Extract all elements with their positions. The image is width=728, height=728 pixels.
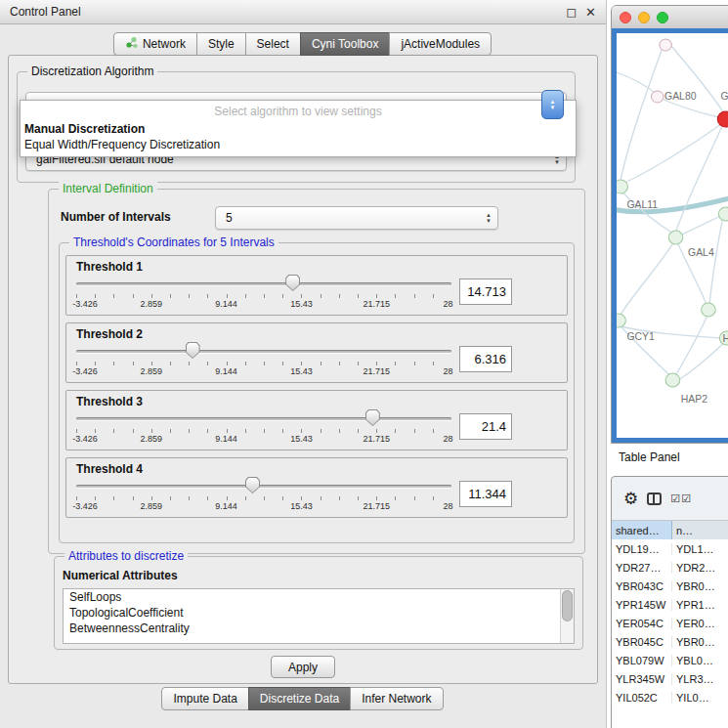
slider-thumb[interactable] bbox=[365, 409, 380, 426]
table-row[interactable]: YDL19… YDL1… bbox=[612, 539, 728, 558]
table-cell-name[interactable]: YDL1… bbox=[672, 543, 728, 555]
table-row[interactable]: YDR27… YDR2… bbox=[612, 558, 728, 577]
table-cell-shared-name[interactable]: YBR045C bbox=[612, 636, 672, 648]
table-row[interactable]: YIL052C YIL0… bbox=[612, 688, 728, 707]
threshold-value-field[interactable]: 11.344 bbox=[459, 481, 512, 507]
network-edge[interactable] bbox=[621, 39, 665, 180]
axis-tick-label: 21.715 bbox=[363, 299, 390, 309]
table-row[interactable]: YPR145W YPR1… bbox=[612, 595, 728, 614]
select-columns-icon[interactable]: ☑☑ bbox=[670, 492, 692, 505]
column-header-shared-name[interactable]: shared… bbox=[612, 521, 672, 539]
attribute-list-item[interactable]: SelfLoops bbox=[64, 589, 574, 605]
combobox-stepper[interactable]: ▲ ▼ bbox=[480, 212, 492, 224]
network-edge[interactable] bbox=[676, 316, 707, 375]
table-cell-shared-name[interactable]: YDR27… bbox=[612, 562, 672, 574]
slider-track[interactable] bbox=[76, 282, 451, 285]
table-cell-name[interactable]: YBR0… bbox=[672, 580, 728, 592]
table-cell-name[interactable]: YDR2… bbox=[672, 562, 728, 574]
table-cell-shared-name[interactable]: YBL079W bbox=[612, 655, 672, 666]
attributes-group: Attributes to discretize Numerical Attri… bbox=[54, 556, 583, 650]
network-node[interactable] bbox=[718, 207, 728, 221]
table-cell-name[interactable]: YER0… bbox=[672, 618, 728, 629]
attributes-items: SelfLoopsTopologicalCoefficientBetweenne… bbox=[64, 589, 574, 636]
table-cell-name[interactable]: YPR1… bbox=[672, 599, 728, 611]
table-cell-shared-name[interactable]: YPR145W bbox=[612, 599, 672, 611]
slider-track[interactable] bbox=[76, 417, 451, 420]
float-icon[interactable]: ◻ bbox=[566, 5, 577, 20]
slider-track[interactable] bbox=[76, 350, 451, 353]
chevron-down-icon: ▼ bbox=[550, 105, 556, 110]
slider-track[interactable] bbox=[76, 485, 451, 488]
threshold-slider[interactable] bbox=[76, 275, 451, 292]
table-cell-shared-name[interactable]: YDL19… bbox=[612, 543, 672, 555]
list-scrollbar[interactable] bbox=[560, 589, 574, 643]
table-row[interactable]: YBL079W YBL0… bbox=[612, 651, 728, 669]
control-panel-titlebar: Control Panel ◻ ✕ bbox=[0, 0, 606, 24]
network-node-selected[interactable] bbox=[717, 111, 728, 127]
tab-style[interactable]: Style bbox=[196, 32, 246, 56]
slider-thumb[interactable] bbox=[285, 275, 300, 291]
network-node[interactable] bbox=[617, 180, 627, 193]
table-row[interactable]: YLR345W YLR3… bbox=[612, 669, 728, 688]
table-row[interactable]: YBR045C YBR0… bbox=[612, 632, 728, 651]
network-edge[interactable] bbox=[709, 219, 723, 305]
column-header-name[interactable]: n… bbox=[672, 521, 728, 539]
minimize-traffic-light[interactable] bbox=[638, 12, 650, 23]
network-node[interactable] bbox=[665, 373, 680, 387]
table-cell-shared-name[interactable]: YLR345W bbox=[612, 673, 672, 685]
slider-axis: -3.4262.8599.14415.4321.71528 bbox=[76, 362, 451, 376]
network-canvas[interactable]: GAL80GAGAL11GAL4GCY1HHAP2 bbox=[612, 28, 728, 443]
tab-select[interactable]: Select bbox=[245, 32, 301, 56]
columns-icon[interactable] bbox=[647, 492, 662, 505]
tab-cyni-toolbox[interactable]: Cyni Toolbox bbox=[300, 32, 390, 56]
number-of-intervals-combobox[interactable]: 5 ▲ ▼ bbox=[215, 206, 498, 230]
attribute-list-item[interactable]: BetweennessCentrality bbox=[64, 621, 574, 636]
table-cell-name[interactable]: YBL0… bbox=[672, 655, 728, 666]
tab-infer-network[interactable]: Infer Network bbox=[350, 687, 443, 710]
axis-tick-label: 9.144 bbox=[215, 434, 237, 444]
axis-tick-label: -3.426 bbox=[72, 366, 98, 376]
network-edge[interactable] bbox=[676, 125, 723, 232]
tab-impute-data[interactable]: Impute Data bbox=[161, 687, 248, 710]
network-edge[interactable] bbox=[626, 123, 722, 182]
network-node[interactable] bbox=[668, 231, 683, 244]
table-cell-name[interactable]: YIL0… bbox=[672, 692, 728, 704]
network-node[interactable] bbox=[702, 303, 716, 317]
network-node[interactable] bbox=[617, 314, 625, 327]
close-icon[interactable]: ✕ bbox=[585, 5, 596, 20]
zoom-traffic-light[interactable] bbox=[657, 12, 668, 23]
network-node[interactable] bbox=[660, 39, 672, 51]
threshold-slider[interactable] bbox=[76, 342, 451, 360]
table-cell-shared-name[interactable]: YER054C bbox=[612, 618, 672, 629]
network-edge[interactable] bbox=[621, 242, 673, 315]
table-cell-shared-name[interactable]: YIL052C bbox=[612, 692, 672, 704]
network-edge[interactable] bbox=[617, 70, 658, 95]
threshold-slider[interactable] bbox=[76, 477, 451, 494]
combobox-stepper[interactable]: ▲ ▼ bbox=[541, 90, 564, 119]
tab-network[interactable]: Network bbox=[113, 32, 197, 56]
slider-axis: -3.4262.8599.14415.4321.71528 bbox=[76, 294, 451, 309]
threshold-value-field[interactable]: 21.4 bbox=[459, 413, 512, 440]
table-row[interactable]: YER054C YER0… bbox=[612, 614, 728, 632]
network-edge[interactable] bbox=[680, 216, 721, 236]
network-node[interactable] bbox=[651, 91, 664, 103]
threshold-value-field[interactable]: 14.713 bbox=[459, 278, 512, 305]
apply-button[interactable]: Apply bbox=[271, 656, 335, 678]
scrollbar-thumb[interactable] bbox=[562, 590, 573, 621]
attribute-list-item[interactable]: TopologicalCoefficient bbox=[64, 605, 574, 621]
dropdown-item-equal-width-frequency[interactable]: Equal Width/Frequency Discretization bbox=[21, 137, 576, 152]
tab-discretize-data[interactable]: Discretize Data bbox=[248, 687, 351, 710]
gear-icon[interactable]: ⚙ bbox=[623, 489, 638, 509]
dropdown-item-manual-discretization[interactable]: Manual Discretization bbox=[21, 121, 576, 137]
table-panel-toolbar: ⚙ ☑☑ bbox=[612, 477, 728, 520]
table-cell-name[interactable]: YLR3… bbox=[672, 673, 728, 685]
table-cell-shared-name[interactable]: YBR043C bbox=[612, 580, 672, 592]
close-traffic-light[interactable] bbox=[620, 12, 631, 23]
tab-jactivemodules[interactable]: jActiveModules bbox=[389, 32, 492, 56]
table-row[interactable]: YBR043C YBR0… bbox=[612, 577, 728, 595]
table-cell-name[interactable]: YBR0… bbox=[672, 636, 728, 648]
threshold-slider[interactable] bbox=[76, 409, 451, 427]
slider-thumb[interactable] bbox=[245, 477, 260, 493]
slider-thumb[interactable] bbox=[186, 342, 200, 359]
threshold-value-field[interactable]: 6.316 bbox=[459, 346, 512, 372]
